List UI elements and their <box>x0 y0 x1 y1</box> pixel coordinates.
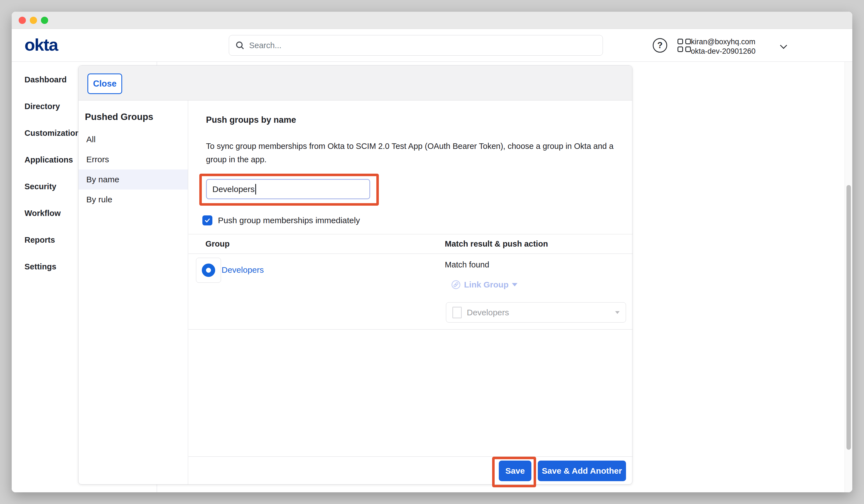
push-immediately-label: Push group memberships immediately <box>218 215 360 226</box>
nav-item-by-name[interactable]: By name <box>79 169 188 190</box>
app-window: okta ? kiran@boxyhq.com okta-dev-2090126… <box>12 12 852 492</box>
caret-down-icon <box>615 311 620 314</box>
search-box[interactable] <box>229 35 603 56</box>
dialog-header: Close <box>79 66 632 100</box>
group-name-input[interactable]: Developers <box>206 179 370 199</box>
link-group-button[interactable]: Link Group <box>451 280 517 290</box>
scrollbar-thumb[interactable] <box>847 185 851 450</box>
sidebar-item-label: Dashboard <box>24 75 67 84</box>
search-icon <box>235 41 245 50</box>
save-add-another-button[interactable]: Save & Add Another <box>538 460 626 481</box>
nav-item-all[interactable]: All <box>79 129 188 149</box>
sidebar-item-label: Customizations <box>24 129 85 138</box>
pushed-groups-title: Pushed Groups <box>85 111 153 122</box>
app-group-icon <box>452 307 462 319</box>
caret-down-icon <box>512 283 517 286</box>
match-result-text: Match found <box>445 260 489 269</box>
nav-item-by-rule[interactable]: By rule <box>79 190 188 209</box>
table-border <box>189 329 633 329</box>
group-developers-link[interactable]: Developers <box>221 265 264 275</box>
sidebar-item-label: Settings <box>24 262 56 271</box>
window-titlebar <box>12 12 852 29</box>
push-groups-description: To sync group memberships from Okta to S… <box>206 140 618 166</box>
link-group-label: Link Group <box>464 280 508 289</box>
text-cursor <box>255 184 256 194</box>
sidebar-item-label: Reports <box>24 236 55 244</box>
help-icon[interactable]: ? <box>653 38 667 52</box>
sidebar-item-label: Security <box>24 182 56 191</box>
window-zoom-button[interactable] <box>41 17 48 24</box>
user-account-menu[interactable]: kiran@boxyhq.com okta-dev-20901260 <box>670 37 776 56</box>
table-border <box>189 253 633 254</box>
app-group-select[interactable]: Developers <box>446 302 626 323</box>
push-immediately-checkbox[interactable] <box>202 215 212 225</box>
page-scrollbar[interactable] <box>844 62 852 492</box>
footer-divider <box>189 456 633 457</box>
sidebar-item-label: Workflow <box>24 209 61 218</box>
column-header-match: Match result & push action <box>445 234 548 253</box>
window-minimize-button[interactable] <box>30 17 37 24</box>
column-header-group: Group <box>205 234 230 253</box>
push-groups-dialog: Close Pushed Groups All Errors By name B… <box>78 65 633 484</box>
sidebar-item-label: Applications <box>24 155 73 165</box>
main-area: Dashboard Directory Customizations Appli… <box>12 62 852 492</box>
push-groups-heading: Push groups by name <box>206 115 296 125</box>
sidebar-item-label: Directory <box>24 102 60 111</box>
app-group-select-value: Developers <box>467 308 615 317</box>
link-icon <box>451 280 461 289</box>
chevron-down-icon[interactable] <box>780 42 787 49</box>
group-name-input-value: Developers <box>212 184 255 194</box>
pushed-groups-nav: Pushed Groups All Errors By name By rule <box>79 100 188 485</box>
user-email: kiran@boxyhq.com <box>670 37 776 47</box>
okta-logo: okta <box>24 36 58 54</box>
dialog-content: Push groups by name To sync group member… <box>189 100 633 485</box>
user-org: okta-dev-20901260 <box>670 47 776 56</box>
nav-item-errors[interactable]: Errors <box>79 149 188 169</box>
app-header: okta ? kiran@boxyhq.com okta-dev-2090126… <box>12 29 852 62</box>
window-close-button[interactable] <box>19 17 26 24</box>
search-input[interactable] <box>249 41 597 50</box>
checkmark-icon <box>204 217 211 224</box>
save-button[interactable]: Save <box>499 460 531 481</box>
help-glyph: ? <box>658 40 663 50</box>
okta-group-logo-icon <box>202 264 215 277</box>
group-avatar <box>196 258 221 283</box>
close-button[interactable]: Close <box>87 73 122 94</box>
